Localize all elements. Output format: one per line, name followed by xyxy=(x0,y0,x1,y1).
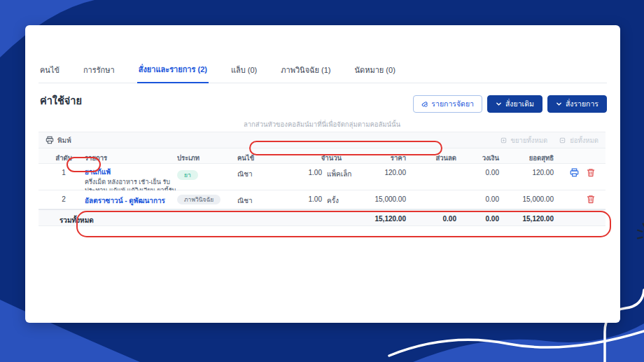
expand-all-label: ขยายทั้งหมด xyxy=(511,135,548,146)
col-header-order[interactable]: ลำดับ xyxy=(46,148,82,163)
order-item-label: สั่งรายการ xyxy=(566,98,598,110)
type-badge-imaging: ภาพวินิจฉัย xyxy=(177,195,220,204)
printer-icon xyxy=(570,168,579,177)
item-link[interactable]: อัลตราซาวน์ - ดูพัฒนาการ xyxy=(85,197,165,204)
summary-net: 15,120.00 xyxy=(514,210,554,223)
row-discount xyxy=(420,190,456,195)
row-item-cell: อัลตราซาวน์ - ดูพัฒนาการ xyxy=(85,190,190,206)
screen: คนไข้ การรักษา สั่งยาและรายการ (2) แล็บ … xyxy=(0,0,644,362)
print-label: พิมพ์ xyxy=(57,135,71,146)
grid-group-panel[interactable]: ลากส่วนหัวของคอลัมน์มาที่นี่เพื่อจัดกลุ่… xyxy=(38,117,606,132)
row-actions xyxy=(562,164,603,177)
grid-header-row: ลำดับ รายการ ประเภท คนไข้ จำนวน ราคา ส่ว… xyxy=(38,148,606,164)
print-button[interactable]: พิมพ์ xyxy=(46,135,71,146)
dispense-list-label: รายการจัดยา xyxy=(431,98,474,110)
collapse-all-icon xyxy=(559,137,566,144)
tab-patient[interactable]: คนไข้ xyxy=(38,64,61,83)
col-header-type[interactable]: ประเภท xyxy=(177,148,241,163)
row-actions xyxy=(562,190,603,204)
dispense-list-button[interactable]: รายการจัดยา xyxy=(413,95,482,113)
order-item-button[interactable]: สั่งรายการ xyxy=(547,95,607,113)
tab-bar: คนไข้ การรักษา สั่งยาและรายการ (2) แล็บ … xyxy=(38,62,607,83)
row-credit: 0.00 xyxy=(465,164,499,176)
row-credit: 0.00 xyxy=(465,190,499,203)
delete-row-button[interactable] xyxy=(587,168,595,177)
summary-discount: 0.00 xyxy=(420,210,456,223)
row-order-number: 2 xyxy=(46,190,82,203)
pill-icon xyxy=(421,101,428,107)
trash-icon xyxy=(587,195,595,204)
group-panel-hint: ลากส่วนหัวของคอลัมน์มาที่นี่เพื่อจัดกลุ่… xyxy=(244,119,400,130)
row-price: 15,000.00 xyxy=(346,190,406,203)
grid-toolbar-right: ขยายทั้งหมด ย่อทั้งหมด xyxy=(500,135,598,146)
page-title: ค่าใช้จ่าย xyxy=(40,92,82,109)
expand-all-button[interactable]: ขยายทั้งหมด xyxy=(500,135,548,146)
row-quantity: 1.00 xyxy=(280,190,322,203)
row-net: 120.00 xyxy=(514,164,554,176)
col-header-credit[interactable]: วงเงิน xyxy=(465,148,499,163)
table-row: 2 อัลตราซาวน์ - ดูพัฒนาการ ภาพวินิจฉัย ณ… xyxy=(38,190,606,209)
summary-credit: 0.00 xyxy=(465,210,499,223)
reorder-medicine-label: สั่งยาเดิม xyxy=(505,98,534,110)
grid-toolbar: พิมพ์ ขยายทั้งหมด xyxy=(38,132,606,148)
tab-imaging[interactable]: ภาพวินิจฉัย (1) xyxy=(279,64,332,83)
row-type-cell: ยา xyxy=(177,164,241,180)
header-actions: รายการจัดยา สั่งยาเดิม สั่งรายการ xyxy=(413,95,607,113)
row-net: 15,000.00 xyxy=(514,190,554,203)
col-header-price[interactable]: ราคา xyxy=(346,148,406,163)
item-link[interactable]: ยาแก้แพ้ xyxy=(85,167,190,177)
tab-orders-active[interactable]: สั่งยาและรายการ (2) xyxy=(137,63,209,83)
summary-row: รวมทั้งหมด 15,120.00 0.00 0.00 15,120.00 xyxy=(38,209,606,226)
chevron-down-icon xyxy=(556,101,562,107)
row-type-cell: ภาพวินิจฉัย xyxy=(177,190,241,204)
reorder-medicine-button[interactable]: สั่งยาเดิม xyxy=(487,95,542,113)
collapse-all-button[interactable]: ย่อทั้งหมด xyxy=(559,135,598,146)
delete-row-button[interactable] xyxy=(587,195,595,204)
tab-treatment[interactable]: การรักษา xyxy=(82,64,116,83)
table-row: 1 ยาแก้แพ้ ครึ่งเม็ด หลังอาหาร เช้า-เย็น… xyxy=(38,164,606,190)
col-header-discount[interactable]: ส่วนลด xyxy=(420,148,456,163)
patient-record-card: คนไข้ การรักษา สั่งยาและรายการ (2) แล็บ … xyxy=(25,25,620,323)
col-header-net[interactable]: ยอดสุทธิ xyxy=(514,148,554,163)
tab-appointments[interactable]: นัดหมาย (0) xyxy=(354,64,397,83)
expand-all-icon xyxy=(500,137,507,144)
col-header-quantity[interactable]: จำนวน xyxy=(280,148,342,163)
row-discount xyxy=(420,164,456,169)
summary-label: รวมทั้งหมด xyxy=(59,210,94,225)
trash-icon xyxy=(587,168,595,177)
row-quantity: 1.00 xyxy=(280,164,322,176)
row-price: 120.00 xyxy=(346,164,406,176)
printer-icon xyxy=(46,136,54,144)
tab-lab[interactable]: แล็บ (0) xyxy=(230,64,258,83)
summary-price: 15,120.00 xyxy=(346,210,406,223)
corner-shape-bottom-right xyxy=(413,323,644,362)
expenses-grid: ลากส่วนหัวของคอลัมน์มาที่นี่เพื่อจัดกลุ่… xyxy=(38,117,606,226)
collapse-all-label: ย่อทั้งหมด xyxy=(570,135,598,146)
col-header-item[interactable]: รายการ xyxy=(85,148,190,163)
row-order-number: 1 xyxy=(46,164,82,176)
chevron-down-icon xyxy=(496,101,502,107)
type-badge-medicine: ยา xyxy=(177,170,198,180)
print-row-button[interactable] xyxy=(570,168,579,177)
